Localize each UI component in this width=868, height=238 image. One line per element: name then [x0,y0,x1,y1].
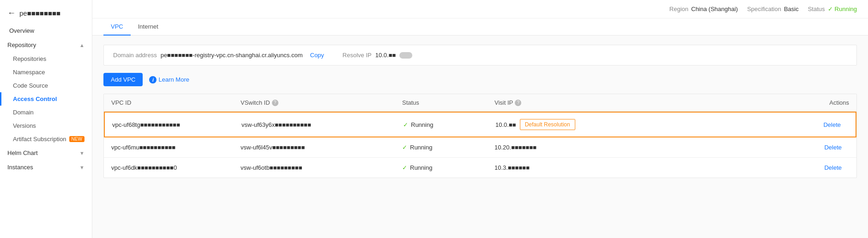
default-resolution-button[interactable]: Default Resolution [520,119,575,130]
sidebar-item-domain[interactable]: Domain [0,106,92,119]
sidebar-section-repository[interactable]: Repository ▲ [0,38,92,52]
spec-meta: Specification Basic [747,6,799,12]
visit-ip-cell-1: 10.0.■■ Default Resolution [495,119,596,130]
status-label: Status [808,6,825,12]
check-icon-row1: ✓ [403,121,408,128]
th-vswitch-id: VSwitch ID ? [233,94,395,111]
spec-label: Specification [747,6,781,12]
main-content: Region China (Shanghai) Specification Ba… [92,0,868,238]
sidebar-item-versions[interactable]: Versions [0,119,92,132]
resolve-toggle[interactable] [399,52,412,59]
td-vswitch-id-2: vsw-uf6l45v■■■■■■■■■ [233,137,395,157]
td-action-1: Delete [603,115,856,135]
info-icon: i [149,76,157,83]
sidebar-section-helm-chart[interactable]: Helm Chart ▼ [0,146,92,160]
status-badge: ✓ Running [828,6,857,12]
td-vpc-id-3: vpc-uf6dk■■■■■■■■■■0 [104,158,233,178]
td-status-1: ✓ Running [396,115,488,135]
domain-value: pe■■■■■■■-registry-vpc.cn-shanghai.cr.al… [161,52,303,59]
copy-link[interactable]: Copy [310,52,324,59]
td-action-3: Delete [603,158,856,178]
region-label: Region [669,6,688,12]
content-area: Domain address pe■■■■■■■-registry-vpc.cn… [92,36,868,238]
td-vswitch-id-1: vsw-uf63y6x■■■■■■■■■■ [234,115,396,135]
delete-link-1[interactable]: Delete [816,121,848,128]
td-vswitch-id-3: vsw-uf6otb■■■■■■■■■ [233,158,395,178]
domain-label: Domain address [113,52,157,59]
chevron-up-icon: ▲ [79,42,84,48]
chevron-down-icon-instances: ▼ [79,165,84,170]
td-visit-ip-1: 10.0.■■ Default Resolution [488,113,603,137]
delete-link-2[interactable]: Delete [817,144,849,151]
back-button[interactable]: ← pe■■■■■■■■ [0,5,92,24]
table-row: vpc-uf6mu■■■■■■■■■■ vsw-uf6l45v■■■■■■■■■… [104,137,856,158]
tab-vpc[interactable]: VPC [103,18,131,36]
td-status-2: ✓ Running [395,137,487,157]
new-badge: NEW [69,136,84,142]
sidebar-item-artifact-subscription[interactable]: Artifact Subscription NEW [0,132,92,146]
td-status-3: ✓ Running [395,158,487,178]
top-header: Region China (Shanghai) Specification Ba… [92,0,868,18]
resolve-ip-group: Resolve IP 10.0.■■ [343,52,413,59]
sidebar: ← pe■■■■■■■■ Overview Repository ▲ Repos… [0,0,92,238]
region-meta: Region China (Shanghai) [669,6,738,12]
spec-value: Basic [784,6,799,12]
table-row: vpc-uf68tg■■■■■■■■■■■ vsw-uf63y6x■■■■■■■… [104,112,856,137]
learn-more-link[interactable]: i Learn More [149,76,189,83]
table-row: vpc-uf6dk■■■■■■■■■■0 vsw-uf6otb■■■■■■■■■… [104,158,856,178]
app-name: pe■■■■■■■■ [19,9,60,17]
back-icon: ← [7,8,16,18]
header-meta: Region China (Shanghai) Specification Ba… [669,6,857,12]
vpc-table: VPC ID VSwitch ID ? Status Visit IP ? Ac [103,94,857,178]
th-actions: Actions [603,94,856,111]
resolve-value: 10.0.■■ [375,52,396,59]
check-icon-row3: ✓ [402,164,407,171]
help-icon-vswitch[interactable]: ? [272,100,278,106]
tab-internet[interactable]: Internet [131,18,166,36]
region-value: China (Shanghai) [691,6,738,12]
sidebar-item-namespace[interactable]: Namespace [0,65,92,79]
chevron-down-icon: ▼ [79,150,84,156]
table-header: VPC ID VSwitch ID ? Status Visit IP ? Ac [104,94,856,112]
sidebar-item-repositories[interactable]: Repositories [0,52,92,65]
td-vpc-id-2: vpc-uf6mu■■■■■■■■■■ [104,137,233,157]
status-value: Running [835,6,857,12]
sidebar-section-instances[interactable]: Instances ▼ [0,160,92,174]
check-icon-row2: ✓ [402,144,407,151]
domain-bar: Domain address pe■■■■■■■-registry-vpc.cn… [103,45,857,65]
sidebar-item-code-source[interactable]: Code Source [0,79,92,92]
domain-address-group: Domain address pe■■■■■■■-registry-vpc.cn… [113,52,324,59]
td-visit-ip-2: 10.20.■■■■■■■ [487,137,603,157]
check-icon: ✓ [828,6,833,12]
status-meta: Status ✓ Running [808,6,857,12]
resolve-label: Resolve IP [343,52,372,59]
action-bar: Add VPC i Learn More [103,73,857,86]
td-visit-ip-3: 10.3.■■■■■■ [487,158,603,178]
td-vpc-id-1: vpc-uf68tg■■■■■■■■■■■ [105,115,234,135]
th-vpc-id: VPC ID [104,94,233,111]
sidebar-item-overview[interactable]: Overview [0,24,92,38]
help-icon-visit-ip[interactable]: ? [515,100,521,106]
td-action-2: Delete [603,137,856,157]
th-status: Status [395,94,487,111]
add-vpc-button[interactable]: Add VPC [103,73,143,86]
sidebar-item-access-control[interactable]: Access Control [0,92,92,106]
th-visit-ip: Visit IP ? [487,94,603,111]
tabs-bar: VPC Internet [92,18,868,36]
delete-link-3[interactable]: Delete [817,164,849,171]
